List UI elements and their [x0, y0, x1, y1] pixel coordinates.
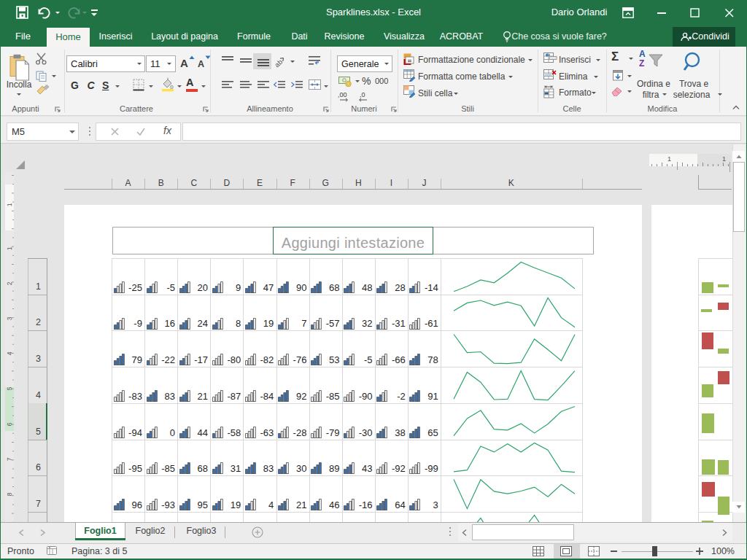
svg-text:,0: ,0	[360, 91, 365, 98]
svg-text:,00: ,00	[338, 91, 347, 98]
svg-text:ab: ab	[274, 58, 284, 68]
